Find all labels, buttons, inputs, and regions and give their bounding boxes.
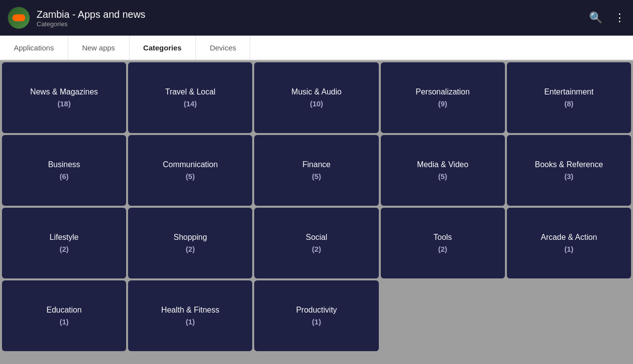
category-count: (1) [312, 318, 321, 326]
app-logo [8, 7, 30, 29]
category-name: Finance [303, 160, 331, 169]
category-count: (1) [564, 245, 573, 253]
more-options-icon[interactable]: ⋮ [614, 11, 625, 24]
category-name: News & Magazines [30, 88, 98, 96]
tab-categories[interactable]: Categories [130, 36, 196, 59]
category-cell[interactable]: Music & Audio(10) [254, 62, 378, 133]
category-count: (14) [183, 99, 197, 108]
category-cell[interactable]: Productivity(1) [254, 280, 378, 351]
tab-new-apps[interactable]: New apps [68, 36, 130, 59]
category-cell[interactable]: Finance(5) [254, 135, 378, 206]
category-name: Productivity [296, 306, 337, 315]
category-cell[interactable]: Books & Reference(3) [507, 135, 631, 206]
empty-cell [381, 280, 505, 351]
category-name: Tools [434, 233, 452, 242]
category-name: Business [48, 160, 80, 169]
search-icon[interactable]: 🔍 [589, 11, 602, 24]
category-count: (2) [312, 245, 321, 253]
header-title-block: Zambia - Apps and news Categories [37, 8, 589, 28]
category-count: (3) [564, 172, 573, 181]
category-name: Social [306, 233, 327, 242]
category-count: (2) [59, 245, 68, 253]
category-name: Travel & Local [165, 88, 216, 96]
category-count: (6) [59, 172, 68, 181]
category-cell[interactable]: Lifestyle(2) [2, 208, 126, 278]
header-icons: 🔍 ⋮ [589, 11, 625, 24]
category-cell[interactable]: Media & Video(5) [381, 135, 505, 206]
category-count: (1) [186, 318, 195, 326]
app-title: Zambia - Apps and news [37, 8, 589, 20]
category-cell[interactable]: Arcade & Action(1) [507, 208, 631, 278]
logo-icon [12, 14, 25, 21]
category-name: Books & Reference [535, 160, 603, 169]
category-cell[interactable]: Tools(2) [381, 208, 505, 278]
category-name: Shopping [174, 233, 207, 242]
category-name: Media & Video [417, 160, 468, 169]
empty-cell [507, 280, 631, 351]
category-cell[interactable]: News & Magazines(18) [2, 62, 126, 133]
category-count: (18) [57, 99, 71, 108]
category-count: (1) [59, 318, 68, 326]
app-subtitle: Categories [37, 20, 589, 28]
category-cell[interactable]: Social(2) [254, 208, 378, 278]
category-count: (5) [186, 172, 195, 181]
category-cell[interactable]: Education(1) [2, 280, 126, 351]
tab-devices[interactable]: Devices [196, 36, 250, 59]
category-name: Communication [163, 160, 218, 169]
category-count: (2) [438, 245, 447, 253]
category-name: Arcade & Action [541, 233, 597, 242]
category-cell[interactable]: Communication(5) [128, 135, 252, 206]
category-count: (9) [438, 99, 447, 108]
app-header: Zambia - Apps and news Categories 🔍 ⋮ [0, 0, 633, 36]
category-name: Music & Audio [291, 88, 341, 96]
category-cell[interactable]: Business(6) [2, 135, 126, 206]
category-cell[interactable]: Health & Fitness(1) [128, 280, 252, 351]
tab-applications[interactable]: Applications [0, 36, 68, 59]
nav-bar: Applications New apps Categories Devices [0, 36, 633, 60]
category-name: Education [46, 306, 82, 315]
category-name: Health & Fitness [161, 306, 219, 315]
category-cell[interactable]: Personalization(9) [381, 62, 505, 133]
category-name: Lifestyle [49, 233, 79, 242]
category-cell[interactable]: Entertainment(8) [507, 62, 631, 133]
category-count: (2) [186, 245, 195, 253]
category-cell[interactable]: Shopping(2) [128, 208, 252, 278]
category-count: (8) [564, 99, 573, 108]
category-name: Personalization [415, 88, 469, 96]
category-count: (10) [310, 99, 323, 108]
category-name: Entertainment [544, 88, 594, 96]
category-cell[interactable]: Travel & Local(14) [128, 62, 252, 133]
categories-grid: News & Magazines(18)Travel & Local(14)Mu… [0, 60, 633, 353]
category-count: (5) [438, 172, 447, 181]
category-count: (5) [312, 172, 321, 181]
